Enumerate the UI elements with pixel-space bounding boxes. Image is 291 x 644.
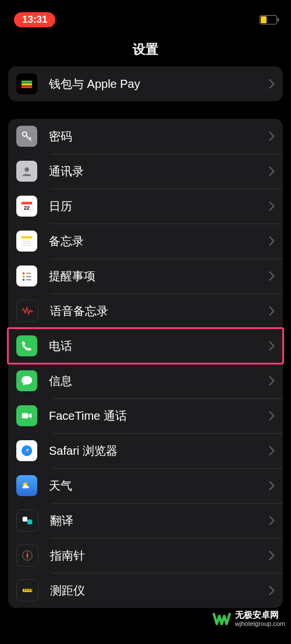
row-label: 日历 [49, 199, 269, 214]
row-label: FaceTime 通话 [49, 408, 269, 424]
svg-point-18 [23, 279, 25, 281]
row-safari[interactable]: Safari 浏览器 [8, 433, 283, 468]
row-label: 信息 [49, 373, 269, 389]
compass-icon [16, 544, 38, 567]
row-label: 测距仪 [50, 583, 269, 599]
facetime-icon [16, 405, 37, 426]
svg-rect-4 [22, 81, 32, 83]
row-label: 密码 [49, 129, 269, 144]
svg-text:22: 22 [24, 205, 30, 211]
watermark-url: wjhotelgroup.com [235, 620, 285, 628]
chevron-right-icon [269, 79, 275, 89]
row-label: 提醒事项 [49, 268, 269, 284]
phone-icon [16, 335, 37, 356]
chevron-right-icon [269, 236, 275, 246]
chevron-right-icon [269, 516, 275, 525]
status-right [250, 15, 277, 25]
row-phone[interactable]: 电话 [8, 328, 283, 363]
safari-icon [16, 440, 37, 461]
svg-point-16 [23, 273, 25, 275]
row-messages[interactable]: 信息 [8, 363, 283, 398]
svg-rect-25 [23, 517, 27, 522]
status-bar: 13:31 [0, 0, 291, 31]
calendar-icon: 22 [16, 196, 37, 217]
svg-rect-6 [22, 86, 32, 89]
svg-rect-26 [27, 519, 32, 524]
row-label: 通讯录 [49, 164, 269, 179]
settings-group-apps: 密码 通讯录 22 日历 备忘录 [8, 119, 283, 608]
row-calendar[interactable]: 22 日历 [8, 189, 283, 224]
row-label: 天气 [49, 478, 269, 494]
chevron-right-icon [269, 411, 275, 420]
chevron-right-icon [269, 341, 275, 351]
row-voice-memos[interactable]: 语音备忘录 [8, 293, 283, 328]
svg-point-8 [24, 168, 29, 172]
chevron-right-icon [269, 132, 275, 141]
chevron-right-icon [269, 271, 275, 281]
row-reminders[interactable]: 提醒事项 [8, 259, 283, 293]
battery-icon [260, 15, 277, 24]
settings-group-wallet: 钱包与 Apple Pay [8, 66, 283, 101]
chevron-right-icon [269, 201, 275, 211]
row-label: 备忘录 [49, 233, 269, 249]
svg-rect-5 [22, 83, 32, 86]
chevron-right-icon [269, 481, 275, 490]
watermark: 无极安卓网 wjhotelgroup.com [212, 609, 285, 629]
row-label: 翻译 [50, 513, 269, 529]
chevron-right-icon [269, 376, 275, 385]
row-facetime[interactable]: FaceTime 通话 [8, 398, 283, 433]
key-icon [16, 126, 37, 147]
row-measure[interactable]: 测距仪 [8, 573, 283, 608]
row-wallet-applepay[interactable]: 钱包与 Apple Pay [8, 66, 283, 101]
row-label: 指南针 [50, 548, 269, 564]
row-weather[interactable]: 天气 [8, 468, 283, 503]
row-passwords[interactable]: 密码 [8, 119, 283, 154]
chevron-right-icon [269, 446, 275, 455]
watermark-logo-icon [212, 609, 232, 629]
watermark-title: 无极安卓网 [235, 610, 285, 620]
voice-memos-icon [16, 300, 38, 322]
svg-rect-9 [22, 202, 32, 205]
wallet-icon [16, 73, 37, 94]
chevron-right-icon [269, 167, 275, 176]
row-contacts[interactable]: 通讯录 [8, 154, 283, 189]
row-label: 电话 [49, 338, 269, 354]
row-label: 语音备忘录 [50, 303, 269, 319]
status-time-recording[interactable]: 13:31 [14, 12, 55, 27]
notes-icon [16, 231, 37, 252]
contacts-icon [16, 161, 37, 182]
row-translate[interactable]: 翻译 [8, 503, 283, 538]
messages-icon [16, 370, 37, 391]
chevron-right-icon [269, 586, 275, 595]
measure-icon [16, 579, 38, 601]
svg-rect-22 [22, 413, 29, 418]
svg-rect-12 [22, 236, 32, 239]
chevron-right-icon [269, 551, 275, 560]
page-title: 设置 [0, 41, 291, 58]
svg-point-7 [23, 132, 27, 136]
row-notes[interactable]: 备忘录 [8, 224, 283, 259]
reminders-icon [16, 266, 37, 286]
row-label: 钱包与 Apple Pay [49, 76, 269, 92]
row-compass[interactable]: 指南针 [8, 538, 283, 573]
svg-point-17 [23, 275, 25, 278]
translate-icon [16, 509, 38, 532]
weather-icon [16, 475, 37, 496]
svg-rect-28 [23, 589, 33, 592]
row-label: Safari 浏览器 [49, 443, 269, 459]
chevron-right-icon [269, 306, 275, 316]
